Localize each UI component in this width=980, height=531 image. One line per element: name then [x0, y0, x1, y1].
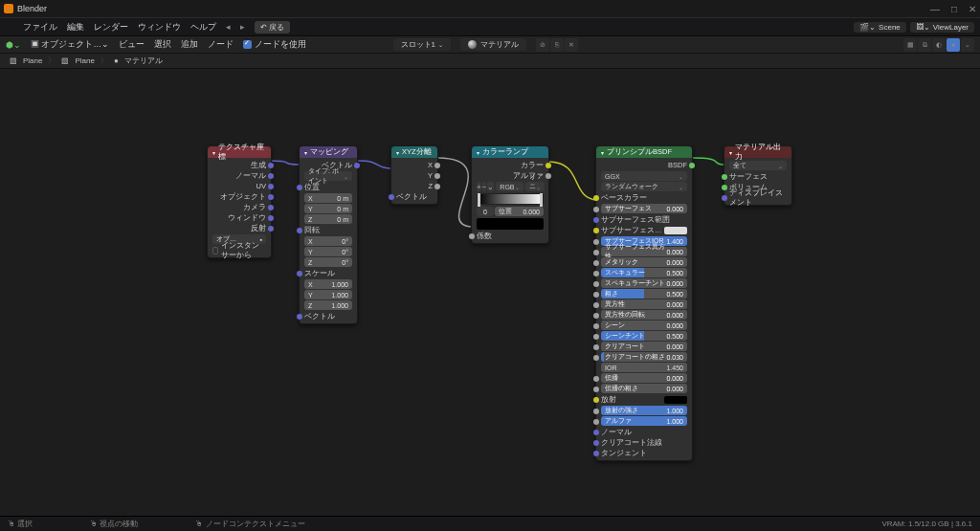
toolbar-view[interactable]: ビュー	[119, 39, 145, 51]
app-title: Blender	[17, 4, 47, 13]
status-grab: 🖱 視点の移動	[90, 519, 138, 529]
status-mouse: 🖱 選択	[8, 519, 33, 529]
menu-file[interactable]: ファイル	[23, 21, 57, 33]
ramp-remove[interactable]: −	[482, 182, 487, 191]
mapping-type[interactable]: タイプ: ポイント⌄	[304, 171, 352, 181]
node-mapping[interactable]: ▾マッピング ベクトル タイプ: ポイント⌄ 位置 X0 m Y0 m Z0 m…	[299, 145, 358, 324]
node-material-output[interactable]: ▾マテリアル出力 全て⌄ サーフェス ボリューム ディスプレイスメント	[724, 145, 792, 206]
pin-icon[interactable]: ⊘	[536, 38, 549, 52]
editor-type-icon[interactable]: ⬢⌄	[6, 40, 21, 50]
tab-nav-next[interactable]: ▸	[240, 22, 245, 32]
breadcrumb-0[interactable]: Plane	[23, 56, 42, 65]
slot-selector[interactable]: スロット1⌄	[393, 38, 451, 51]
toolbar-select[interactable]: 選択	[154, 39, 171, 51]
maximize-button[interactable]: □	[951, 4, 957, 14]
use-nodes-checkbox[interactable]: ノードを使用	[243, 38, 306, 51]
unlink-icon[interactable]: ✕	[565, 38, 578, 52]
menu-edit[interactable]: 編集	[67, 21, 84, 33]
toolbar-add[interactable]: 追加	[181, 39, 198, 51]
breadcrumb-2[interactable]: マテリアル	[124, 55, 163, 66]
editor-toolbar: ⬢⌄ ▣ オブジェクト…⌄ ビュー 選択 追加 ノード ノードを使用 スロット1…	[0, 36, 980, 54]
node-principled-bsdf[interactable]: ▾プリンシプルBSDF BSDF GGX⌄ ランダムウォーク⌄ ベースカラー サ…	[595, 145, 693, 461]
menu-window[interactable]: ウィンドウ	[138, 21, 181, 33]
color-ramp-gradient[interactable]	[477, 193, 544, 205]
viewlayer-selector[interactable]: 🖼⌄ViewLayer	[910, 22, 974, 33]
ramp-menu[interactable]: ⌄	[487, 182, 494, 191]
toolbar-node[interactable]: ノード	[208, 39, 234, 51]
copy-icon[interactable]: ⎘	[550, 38, 564, 52]
statusbar: 🖱 選択 🖱 視点の移動 🖱 ノードコンテクストメニュー VRAM: 1.5/1…	[0, 516, 980, 531]
breadcrumb: ▧Plane 〉 ▧Plane 〉 ●マテリアル	[0, 54, 980, 69]
close-button[interactable]: ✕	[969, 4, 976, 14]
node-canvas[interactable]: ▾テクスチャ座標 生成 ノーマル UV オブジェクト カメラ ウィンドウ 反射 …	[0, 69, 980, 516]
instancer-checkbox[interactable]: インスタンサーから	[208, 245, 271, 255]
status-vram: VRAM: 1.5/12.0 GB | 3.6.1	[881, 520, 972, 528]
expand-icon[interactable]: ⌄	[961, 38, 974, 52]
material-selector[interactable]: マテリアル	[460, 38, 526, 51]
blender-logo-icon	[6, 23, 13, 31]
status-context: 🖱 ノードコンテクストメニュー	[195, 519, 304, 529]
node-color-ramp[interactable]: ▾カラーランプ カラー アルファ + − ⌄ RGB⌄ リニア⌄ 0 位置0.0…	[471, 145, 549, 244]
minimize-button[interactable]: —	[930, 4, 940, 14]
scene-selector[interactable]: 🎬⌄Scene	[854, 22, 906, 33]
ramp-add[interactable]: +	[477, 182, 481, 191]
tab-nav-prev[interactable]: ◂	[226, 22, 231, 32]
node-separate-xyz[interactable]: ▾XYZ分離 X Y Z ベクトル	[390, 145, 438, 205]
back-button[interactable]: ↶ 戻る	[255, 21, 290, 33]
menubar: ファイル 編集 レンダー ウィンドウ ヘルプ ◂ ▸ ↶ 戻る 🎬⌄Scene …	[0, 17, 980, 36]
menu-render[interactable]: レンダー	[94, 21, 128, 33]
blender-icon	[4, 4, 13, 13]
snap-icon[interactable]: ⧉	[918, 38, 931, 52]
titlebar: Blender — □ ✕	[0, 0, 980, 17]
ramp-color-swatch[interactable]	[477, 218, 544, 230]
node-texture-coordinate[interactable]: ▾テクスチャ座標 生成 ノーマル UV オブジェクト カメラ ウィンドウ 反射 …	[207, 145, 272, 258]
shading-icon[interactable]: ●	[947, 38, 960, 52]
mode-dropdown[interactable]: ▣ オブジェクト…⌄	[31, 39, 109, 51]
breadcrumb-1[interactable]: Plane	[75, 56, 94, 65]
menu-help[interactable]: ヘルプ	[190, 21, 216, 33]
proportional-icon[interactable]: ◐	[932, 38, 946, 52]
overlay-icon[interactable]: ▦	[903, 38, 917, 52]
